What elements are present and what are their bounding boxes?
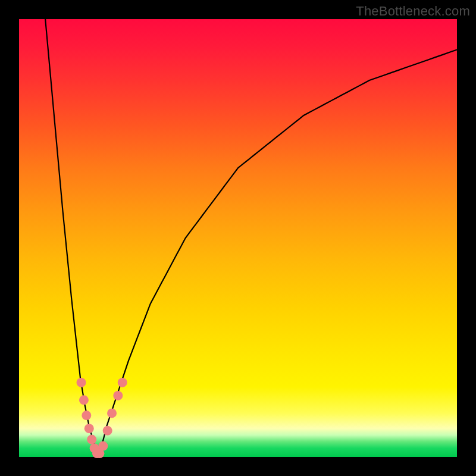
highlight-dot (79, 395, 89, 405)
highlight-dot (107, 408, 117, 418)
highlight-dots (77, 378, 127, 458)
chart-frame: TheBottleneck.com (0, 0, 476, 476)
highlight-dot (118, 378, 127, 387)
highlight-dot (113, 391, 123, 400)
highlight-dot (82, 411, 91, 420)
highlight-dot (84, 424, 94, 433)
chart-svg (19, 19, 457, 457)
curve-left (45, 19, 98, 455)
highlight-dot (87, 435, 96, 444)
curve-right (98, 50, 457, 455)
highlight-dot (77, 378, 86, 387)
watermark-text: TheBottleneck.com (356, 4, 470, 19)
highlight-dot (103, 426, 112, 436)
highlight-dot (98, 441, 108, 451)
plot-area (19, 19, 457, 457)
